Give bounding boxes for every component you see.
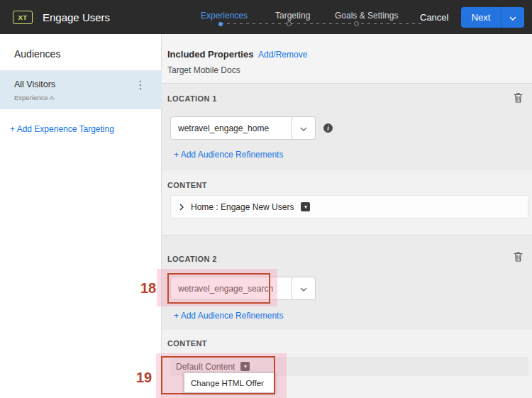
- tab-experiences[interactable]: Experiences: [201, 11, 248, 21]
- content-1-row[interactable]: Home : Engage New Users ▾: [170, 195, 528, 219]
- location-2-input[interactable]: [170, 277, 292, 300]
- audience-experience-label: Experience A: [14, 94, 54, 101]
- included-properties-value: Target Mobile Docs: [167, 65, 240, 75]
- location-1-add-refinements-link[interactable]: + Add Audience Refinements: [174, 150, 283, 160]
- menu-item-change-html-offer[interactable]: Change HTML Offer: [184, 373, 275, 392]
- chevron-right-icon: [179, 201, 184, 214]
- step-dot-goals: [354, 21, 359, 26]
- delete-location-2-button[interactable]: [512, 250, 524, 265]
- next-dropdown-button[interactable]: [501, 7, 524, 28]
- add-remove-properties-link[interactable]: Add/Remove: [258, 50, 307, 60]
- xt-activity-badge: XT: [13, 11, 33, 24]
- cancel-button[interactable]: Cancel: [414, 9, 454, 26]
- chevron-down-icon: [509, 12, 516, 23]
- location-2-add-refinements-link[interactable]: + Add Audience Refinements: [174, 311, 283, 321]
- audiences-sidebar: Audiences All Visitors Experience A ⋮ + …: [0, 34, 162, 398]
- step-progress-track: [221, 23, 425, 24]
- audience-item-all-visitors[interactable]: All Visitors Experience A ⋮: [0, 71, 162, 109]
- step-dot-experiences: [218, 22, 223, 26]
- top-bar: XT Engage Users Experiences Targeting Go…: [0, 0, 532, 34]
- location-2-combobox: [170, 277, 316, 300]
- content-2-popout-icon[interactable]: ▾: [240, 362, 250, 371]
- activity-title: Engage Users: [43, 11, 110, 23]
- experience-editor-panel: Included Properties Add/Remove Target Mo…: [162, 34, 532, 398]
- content-1-label: CONTENT: [167, 181, 207, 189]
- info-icon[interactable]: i: [323, 123, 333, 133]
- delete-location-1-button[interactable]: [512, 91, 524, 106]
- content-2-label: CONTENT: [167, 339, 207, 348]
- trash-icon: [514, 94, 523, 105]
- location-1-dropdown-button[interactable]: [292, 116, 316, 140]
- location-1-label: LOCATION 1: [167, 94, 217, 103]
- chevron-down-icon: [300, 283, 307, 294]
- next-split-button: Next: [461, 7, 524, 28]
- content-1-value: Home : Engage New Users: [191, 202, 294, 212]
- next-button[interactable]: Next: [461, 7, 501, 28]
- content-1-popout-icon[interactable]: ▾: [301, 202, 310, 211]
- location-2-dropdown-button[interactable]: [292, 277, 316, 300]
- location-2-label: LOCATION 2: [167, 255, 217, 263]
- add-experience-targeting-link[interactable]: + Add Experience Targeting: [10, 124, 114, 134]
- included-properties-label: Included Properties: [167, 49, 253, 60]
- content-2-value: Default Content: [176, 362, 235, 372]
- sidebar-heading: Audiences: [14, 48, 60, 60]
- tab-goals-settings[interactable]: Goals & Settings: [335, 11, 398, 21]
- callout-19-number: 19: [136, 370, 152, 386]
- location-1-input[interactable]: [170, 116, 292, 140]
- more-options-icon[interactable]: ⋮: [135, 79, 146, 91]
- location-1-combobox: [170, 116, 316, 140]
- audience-title: All Visitors: [14, 79, 55, 89]
- tab-targeting[interactable]: Targeting: [275, 11, 310, 21]
- trash-icon: [514, 253, 523, 264]
- step-dot-targeting: [287, 21, 292, 26]
- callout-18-number: 18: [140, 280, 156, 297]
- chevron-down-icon: [300, 123, 307, 133]
- content-options-menu: Change HTML Offer: [184, 372, 275, 393]
